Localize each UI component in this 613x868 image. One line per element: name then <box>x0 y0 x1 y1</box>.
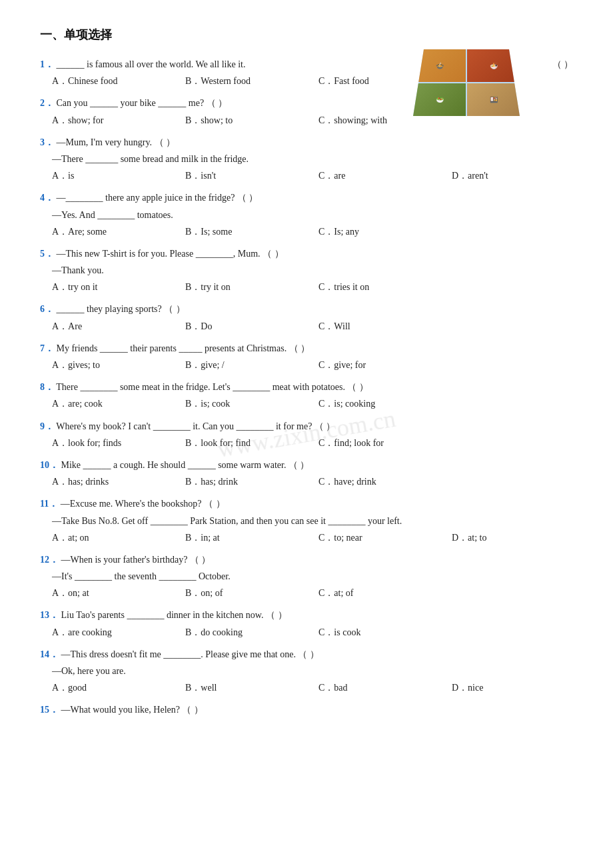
q12-options: A．on; at B．on; of C．at; of <box>52 585 573 601</box>
q11-line2: —Take Bus No.8. Get off ________ Park St… <box>52 516 402 526</box>
q8-number: 8． <box>40 382 54 392</box>
section-title: 一、单项选择 <box>40 27 573 43</box>
q10-optA: A．has; drinks <box>52 473 185 490</box>
q8-text: There ________ some meat in the fridge. … <box>56 382 368 392</box>
question-3: 3． —Mum, I'm very hungry. （ ） —There ___… <box>40 134 573 185</box>
q4-optC: C．Is; any <box>318 223 452 240</box>
q4-number: 4． <box>40 193 54 203</box>
q3-number: 3． <box>40 137 54 147</box>
food-cell-4: 🍱 <box>467 83 520 116</box>
q6-optA: A．Are <box>52 318 185 335</box>
q5-number: 5． <box>40 249 54 259</box>
q9-optB: B．look for; find <box>185 435 318 451</box>
q3-line2: —There _______ some bread and milk in th… <box>52 154 249 164</box>
food-image: 🍲 🍜 🥗 🍱 <box>413 49 520 116</box>
q3-sub: —There _______ some bread and milk in th… <box>52 151 573 167</box>
q11-optB: B．in; at <box>185 529 318 546</box>
food-cell-3: 🥗 <box>413 83 466 116</box>
q5-optC: C．tries it on <box>318 279 452 295</box>
q12-sub: —It's ________ the seventh ________ Octo… <box>52 568 573 585</box>
q9-optC: C．find; look for <box>318 435 452 451</box>
q4-optB: B．Is; some <box>185 223 318 240</box>
q13-optB: B．do cooking <box>185 624 318 641</box>
q4-sub: —Yes. And ________ tomatoes. <box>52 207 573 223</box>
q6-number: 6． <box>40 304 54 314</box>
question-14: 14． —This dress doesn't fit me ________.… <box>40 646 573 697</box>
q10-options: A．has; drinks B．has; drink C．have; drink <box>52 473 573 490</box>
q5-options: A．try on it B．try it on C．tries it on <box>52 279 573 295</box>
q12-number: 12． <box>40 555 59 565</box>
q4-options: A．Are; some B．Is; some C．Is; any <box>52 223 573 240</box>
q1-paren: （ ） <box>552 56 574 73</box>
q11-optC: C．to; near <box>318 529 452 546</box>
q9-optA: A．look for; finds <box>52 435 185 451</box>
q7-optC: C．give; for <box>318 357 452 373</box>
question-6: 6． ______ they playing sports? （ ） A．Are… <box>40 301 573 334</box>
q14-optD: D．nice <box>452 679 558 696</box>
q12-line1: —When is your father's birthday? （ ） <box>61 555 211 565</box>
q14-optB: B．well <box>185 679 318 696</box>
question-15: 15． —What would you like, Helen? （ ） <box>40 701 573 718</box>
question-9: 9． Where's my book? I can't ________ it.… <box>40 418 573 451</box>
q3-line1: —Mum, I'm very hungry. （ ） <box>57 137 176 147</box>
q14-number: 14． <box>40 649 59 659</box>
q8-optA: A．are; cook <box>52 395 185 412</box>
food-grid: 🍲 🍜 🥗 🍱 <box>413 49 520 116</box>
q5-line2: —Thank you. <box>52 265 104 275</box>
question-7: 7． My friends ______ their parents _____… <box>40 340 573 373</box>
q4-optA: A．Are; some <box>52 223 185 240</box>
q6-options: A．Are B．Do C．Will <box>52 318 573 335</box>
q11-optD: D．at; to <box>452 529 558 546</box>
q13-optA: A．are cooking <box>52 624 185 641</box>
q3-options: A．is B．isn't C．are D．aren't <box>52 167 573 184</box>
question-5: 5． —This new T-shirt is for you. Please … <box>40 245 573 296</box>
q15-text: —What would you like, Helen? （ ） <box>61 705 203 715</box>
q13-optC: C．is cook <box>318 624 452 641</box>
q6-text: ______ they playing sports? （ ） <box>57 304 185 314</box>
q14-sub: —Ok, here you are. <box>52 663 573 679</box>
q1-number: 1． <box>40 59 54 69</box>
q1-optB: B．Western food <box>185 73 318 89</box>
q5-optA: A．try on it <box>52 279 185 295</box>
question-4: 4． —________ there any apple juice in th… <box>40 189 573 240</box>
q7-number: 7． <box>40 343 54 353</box>
q10-optC: C．have; drink <box>318 473 452 490</box>
question-11: 11． —Excuse me. Where's the bookshop? （ … <box>40 495 573 546</box>
q3-optA: A．is <box>52 167 185 184</box>
q15-number: 15． <box>40 705 59 715</box>
q3-optB: B．isn't <box>185 167 318 184</box>
q8-optC: C．is; cooking <box>318 395 452 412</box>
q13-text: Liu Tao's parents ________ dinner in the… <box>61 610 287 620</box>
q12-optC: C．at; of <box>318 585 452 601</box>
q11-options: A．at; on B．in; at C．to; near D．at; to <box>52 529 573 546</box>
q2-number: 2． <box>40 98 54 108</box>
q2-optA: A．show; for <box>52 112 185 129</box>
q4-line1: —________ there any apple juice in the f… <box>57 193 259 203</box>
q11-sub: —Take Bus No.8. Get off ________ Park St… <box>52 513 573 529</box>
q11-optA: A．at; on <box>52 529 185 546</box>
q10-text: Mike ______ a cough. He should ______ so… <box>61 460 310 470</box>
q2-optB: B．show; to <box>185 112 318 129</box>
q13-number: 13． <box>40 610 59 620</box>
question-8: 8． There ________ some meat in the fridg… <box>40 379 573 412</box>
q5-line1: —This new T-shirt is for you. Please ___… <box>57 249 284 259</box>
q7-options: A．gives; to B．give; / C．give; for <box>52 357 573 373</box>
q11-line1: —Excuse me. Where's the bookshop? （ ） <box>61 499 225 509</box>
q14-optC: C．bad <box>318 679 452 696</box>
q8-options: A．are; cook B．is; cook C．is; cooking <box>52 395 573 412</box>
q1-optA: A．Chinese food <box>52 73 185 89</box>
q9-text: Where's my book? I can't ________ it. Ca… <box>56 421 335 431</box>
q1-text: ______ is famous all over the world. We … <box>57 59 246 69</box>
q2-text: Can you ______ your bike ______ me? （ ） <box>57 98 228 108</box>
q7-text: My friends ______ their parents _____ pr… <box>57 343 310 353</box>
q3-optD: D．aren't <box>452 167 558 184</box>
q5-sub: —Thank you. <box>52 262 573 279</box>
q14-optA: A．good <box>52 679 185 696</box>
question-13: 13． Liu Tao's parents ________ dinner in… <box>40 607 573 640</box>
q3-optC: C．are <box>318 167 452 184</box>
q6-optC: C．Will <box>318 318 452 335</box>
q10-optB: B．has; drink <box>185 473 318 490</box>
q4-line2: —Yes. And ________ tomatoes. <box>52 210 173 220</box>
q14-options: A．good B．well C．bad D．nice <box>52 679 573 696</box>
q11-number: 11． <box>40 499 58 509</box>
